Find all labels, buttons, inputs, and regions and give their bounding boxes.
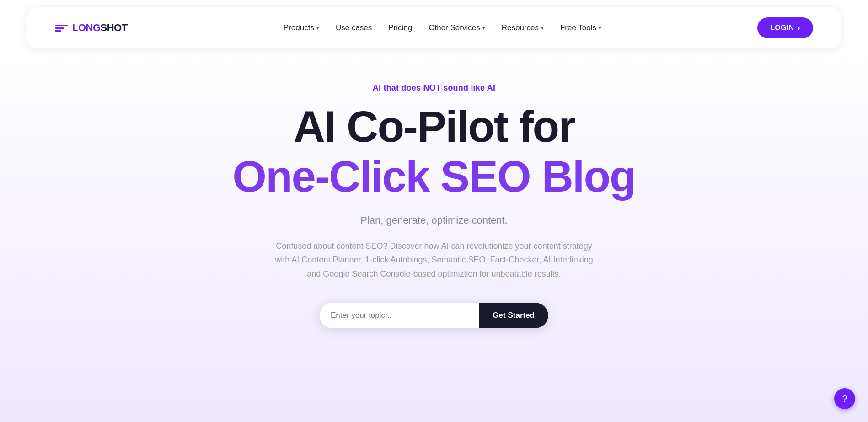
- help-icon: ?: [842, 394, 847, 404]
- hero-title-line1: AI Co-Pilot for: [293, 104, 574, 150]
- nav-item-other-services[interactable]: Other Services ▾: [429, 23, 485, 32]
- nav-link-use-cases[interactable]: Use cases: [336, 23, 372, 32]
- chevron-down-icon: ▾: [541, 25, 544, 31]
- nav-item-free-tools[interactable]: Free Tools ▾: [560, 23, 601, 32]
- nav-link-resources[interactable]: Resources ▾: [502, 23, 544, 32]
- cta-button[interactable]: Get Started: [479, 303, 548, 328]
- nav-link-other-services[interactable]: Other Services ▾: [429, 23, 485, 32]
- nav-link-pricing[interactable]: Pricing: [388, 23, 412, 32]
- logo-long: LONG: [72, 22, 101, 33]
- nav-link-products[interactable]: Products ▾: [284, 23, 319, 32]
- cta-input-wrapper: Get Started: [320, 303, 548, 328]
- logo[interactable]: LONGSHOT: [55, 21, 128, 34]
- hero-subtitle: Plan, generate, optimize content.: [360, 214, 508, 226]
- nav-item-use-cases[interactable]: Use cases: [336, 23, 372, 32]
- chevron-down-icon: ▾: [599, 25, 601, 31]
- logo-icon: [55, 21, 70, 34]
- logo-text: LONGSHOT: [72, 22, 128, 34]
- nav-link-free-tools[interactable]: Free Tools ▾: [560, 23, 601, 32]
- navbar: LONGSHOT Products ▾ Use cases Pricing Ot…: [27, 7, 841, 48]
- nav-item-pricing[interactable]: Pricing: [388, 23, 412, 32]
- logo-shot: SHOT: [101, 22, 128, 33]
- cta-input[interactable]: [320, 303, 479, 328]
- hero-section: AI that does NOT sound like AI AI Co-Pil…: [0, 56, 868, 422]
- hero-title-line2: One-Click SEO Blog: [232, 154, 635, 200]
- hero-description: Confused about content SEO? Discover how…: [269, 239, 599, 281]
- login-button[interactable]: LOGIN ›: [757, 17, 813, 38]
- nav-links: Products ▾ Use cases Pricing Other Servi…: [284, 23, 601, 32]
- nav-item-products[interactable]: Products ▾: [284, 23, 319, 32]
- help-bubble[interactable]: ?: [834, 388, 855, 409]
- chevron-down-icon: ▾: [482, 25, 485, 31]
- nav-item-resources[interactable]: Resources ▾: [502, 23, 544, 32]
- chevron-down-icon: ▾: [316, 25, 319, 31]
- hero-tagline: AI that does NOT sound like AI: [373, 83, 495, 93]
